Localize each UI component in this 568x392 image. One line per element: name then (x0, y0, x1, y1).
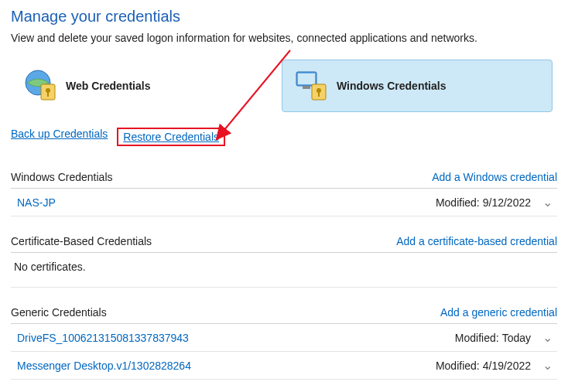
modified-label: Modified: (436, 360, 480, 372)
chevron-down-icon[interactable]: ⌄ (540, 358, 554, 373)
modified-value: 4/19/2022 (483, 360, 531, 372)
tab-web-label: Web Credentials (66, 80, 150, 92)
add-generic-credential-link[interactable]: Add a generic credential (440, 306, 557, 319)
tab-web-credentials[interactable]: Web Credentials (11, 60, 282, 112)
globe-lock-icon (22, 67, 58, 105)
credential-tabs: Web Credentials Windows Credentials (11, 60, 557, 112)
add-cert-credential-link[interactable]: Add a certificate-based credential (396, 235, 557, 247)
add-windows-credential-link[interactable]: Add a Windows credential (432, 171, 557, 183)
restore-credentials-link[interactable]: Restore Credentials (123, 131, 219, 143)
page-subtitle: View and delete your saved logon informa… (11, 32, 557, 44)
section-generic-title: Generic Credentials (11, 306, 107, 319)
tab-windows-label: Windows Credentials (337, 80, 446, 92)
section-cert-title: Certificate-Based Credentials (11, 235, 152, 247)
backup-restore-links: Back up Credentials Restore Credentials (11, 128, 557, 146)
chevron-down-icon[interactable]: ⌄ (540, 330, 554, 345)
credential-row[interactable]: Messenger Desktop.v1/1302828264 Modified… (11, 352, 557, 380)
credential-name: Messenger Desktop.v1/1302828264 (17, 360, 436, 372)
backup-credentials-link[interactable]: Back up Credentials (11, 128, 108, 146)
svg-rect-5 (298, 73, 315, 84)
svg-rect-6 (303, 86, 310, 89)
credential-name: DriveFS_100621315081337837943 (17, 332, 455, 344)
modified-label: Modified: (455, 332, 499, 344)
section-windows-title: Windows Credentials (11, 171, 113, 183)
modified-label: Modified: (436, 196, 480, 209)
tab-windows-credentials[interactable]: Windows Credentials (282, 60, 553, 112)
credential-name: NAS-JP (17, 196, 436, 209)
svg-rect-9 (318, 92, 320, 97)
cert-empty-message: No certificates. (11, 253, 557, 288)
svg-rect-3 (47, 92, 49, 97)
page-title: Manage your credentials (11, 8, 557, 26)
section-generic-head: Generic Credentials Add a generic creden… (11, 302, 557, 324)
credential-row[interactable]: DriveFS_100621315081337837943 Modified: … (11, 324, 557, 352)
section-windows-head: Windows Credentials Add a Windows creden… (11, 166, 557, 189)
monitor-lock-icon (293, 67, 329, 105)
chevron-down-icon[interactable]: ⌄ (540, 195, 554, 210)
restore-highlight: Restore Credentials (117, 128, 225, 146)
modified-value: 9/12/2022 (483, 196, 531, 209)
credential-row[interactable]: NAS-JP Modified: 9/12/2022 ⌄ (11, 189, 557, 216)
section-cert-head: Certificate-Based Credentials Add a cert… (11, 230, 557, 253)
modified-value: Today (502, 332, 531, 344)
